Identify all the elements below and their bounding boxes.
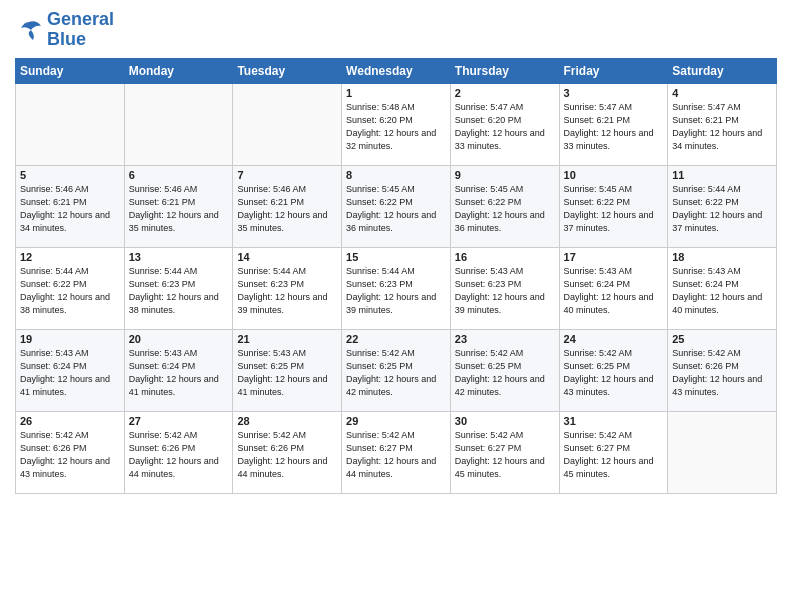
calendar-week-3: 12Sunrise: 5:44 AM Sunset: 6:22 PM Dayli… (16, 247, 777, 329)
day-info: Sunrise: 5:44 AM Sunset: 6:22 PM Dayligh… (20, 265, 120, 317)
weekday-header-thursday: Thursday (450, 58, 559, 83)
day-info: Sunrise: 5:43 AM Sunset: 6:24 PM Dayligh… (20, 347, 120, 399)
calendar-day-20: 20Sunrise: 5:43 AM Sunset: 6:24 PM Dayli… (124, 329, 233, 411)
day-number: 11 (672, 169, 772, 181)
day-info: Sunrise: 5:42 AM Sunset: 6:26 PM Dayligh… (672, 347, 772, 399)
calendar-day-14: 14Sunrise: 5:44 AM Sunset: 6:23 PM Dayli… (233, 247, 342, 329)
calendar-day-3: 3Sunrise: 5:47 AM Sunset: 6:21 PM Daylig… (559, 83, 668, 165)
day-info: Sunrise: 5:44 AM Sunset: 6:23 PM Dayligh… (346, 265, 446, 317)
empty-cell (668, 411, 777, 493)
day-number: 29 (346, 415, 446, 427)
calendar-day-25: 25Sunrise: 5:42 AM Sunset: 6:26 PM Dayli… (668, 329, 777, 411)
calendar-day-19: 19Sunrise: 5:43 AM Sunset: 6:24 PM Dayli… (16, 329, 125, 411)
day-info: Sunrise: 5:44 AM Sunset: 6:22 PM Dayligh… (672, 183, 772, 235)
day-number: 20 (129, 333, 229, 345)
day-info: Sunrise: 5:43 AM Sunset: 6:24 PM Dayligh… (564, 265, 664, 317)
calendar-day-18: 18Sunrise: 5:43 AM Sunset: 6:24 PM Dayli… (668, 247, 777, 329)
day-info: Sunrise: 5:42 AM Sunset: 6:26 PM Dayligh… (237, 429, 337, 481)
day-number: 6 (129, 169, 229, 181)
calendar-day-17: 17Sunrise: 5:43 AM Sunset: 6:24 PM Dayli… (559, 247, 668, 329)
day-info: Sunrise: 5:47 AM Sunset: 6:20 PM Dayligh… (455, 101, 555, 153)
day-number: 22 (346, 333, 446, 345)
logo: General Blue (15, 10, 114, 50)
day-info: Sunrise: 5:43 AM Sunset: 6:24 PM Dayligh… (129, 347, 229, 399)
day-info: Sunrise: 5:43 AM Sunset: 6:23 PM Dayligh… (455, 265, 555, 317)
day-info: Sunrise: 5:43 AM Sunset: 6:25 PM Dayligh… (237, 347, 337, 399)
day-number: 16 (455, 251, 555, 263)
day-info: Sunrise: 5:45 AM Sunset: 6:22 PM Dayligh… (346, 183, 446, 235)
day-number: 9 (455, 169, 555, 181)
day-number: 4 (672, 87, 772, 99)
day-info: Sunrise: 5:47 AM Sunset: 6:21 PM Dayligh… (564, 101, 664, 153)
day-number: 25 (672, 333, 772, 345)
day-info: Sunrise: 5:48 AM Sunset: 6:20 PM Dayligh… (346, 101, 446, 153)
calendar-table: SundayMondayTuesdayWednesdayThursdayFrid… (15, 58, 777, 494)
day-number: 17 (564, 251, 664, 263)
calendar-day-10: 10Sunrise: 5:45 AM Sunset: 6:22 PM Dayli… (559, 165, 668, 247)
day-number: 8 (346, 169, 446, 181)
day-number: 21 (237, 333, 337, 345)
day-number: 30 (455, 415, 555, 427)
day-number: 27 (129, 415, 229, 427)
day-number: 13 (129, 251, 229, 263)
day-info: Sunrise: 5:45 AM Sunset: 6:22 PM Dayligh… (564, 183, 664, 235)
day-number: 10 (564, 169, 664, 181)
day-info: Sunrise: 5:42 AM Sunset: 6:27 PM Dayligh… (455, 429, 555, 481)
day-number: 1 (346, 87, 446, 99)
calendar-week-5: 26Sunrise: 5:42 AM Sunset: 6:26 PM Dayli… (16, 411, 777, 493)
calendar-day-12: 12Sunrise: 5:44 AM Sunset: 6:22 PM Dayli… (16, 247, 125, 329)
day-number: 31 (564, 415, 664, 427)
day-info: Sunrise: 5:42 AM Sunset: 6:27 PM Dayligh… (346, 429, 446, 481)
day-number: 26 (20, 415, 120, 427)
empty-cell (16, 83, 125, 165)
day-number: 7 (237, 169, 337, 181)
page-header: General Blue (15, 10, 777, 50)
day-number: 12 (20, 251, 120, 263)
calendar-day-30: 30Sunrise: 5:42 AM Sunset: 6:27 PM Dayli… (450, 411, 559, 493)
logo-icon (15, 18, 43, 42)
calendar-day-21: 21Sunrise: 5:43 AM Sunset: 6:25 PM Dayli… (233, 329, 342, 411)
day-number: 23 (455, 333, 555, 345)
calendar-day-9: 9Sunrise: 5:45 AM Sunset: 6:22 PM Daylig… (450, 165, 559, 247)
day-number: 24 (564, 333, 664, 345)
day-number: 15 (346, 251, 446, 263)
calendar-day-11: 11Sunrise: 5:44 AM Sunset: 6:22 PM Dayli… (668, 165, 777, 247)
day-info: Sunrise: 5:46 AM Sunset: 6:21 PM Dayligh… (237, 183, 337, 235)
calendar-day-22: 22Sunrise: 5:42 AM Sunset: 6:25 PM Dayli… (342, 329, 451, 411)
weekday-header-saturday: Saturday (668, 58, 777, 83)
weekday-header-friday: Friday (559, 58, 668, 83)
day-number: 3 (564, 87, 664, 99)
day-info: Sunrise: 5:42 AM Sunset: 6:25 PM Dayligh… (346, 347, 446, 399)
calendar-day-8: 8Sunrise: 5:45 AM Sunset: 6:22 PM Daylig… (342, 165, 451, 247)
day-info: Sunrise: 5:46 AM Sunset: 6:21 PM Dayligh… (129, 183, 229, 235)
weekday-header-monday: Monday (124, 58, 233, 83)
calendar-day-26: 26Sunrise: 5:42 AM Sunset: 6:26 PM Dayli… (16, 411, 125, 493)
day-info: Sunrise: 5:43 AM Sunset: 6:24 PM Dayligh… (672, 265, 772, 317)
weekday-header-row: SundayMondayTuesdayWednesdayThursdayFrid… (16, 58, 777, 83)
calendar-day-6: 6Sunrise: 5:46 AM Sunset: 6:21 PM Daylig… (124, 165, 233, 247)
calendar-day-24: 24Sunrise: 5:42 AM Sunset: 6:25 PM Dayli… (559, 329, 668, 411)
day-number: 28 (237, 415, 337, 427)
weekday-header-wednesday: Wednesday (342, 58, 451, 83)
weekday-header-tuesday: Tuesday (233, 58, 342, 83)
day-number: 14 (237, 251, 337, 263)
calendar-week-1: 1Sunrise: 5:48 AM Sunset: 6:20 PM Daylig… (16, 83, 777, 165)
empty-cell (233, 83, 342, 165)
day-info: Sunrise: 5:47 AM Sunset: 6:21 PM Dayligh… (672, 101, 772, 153)
logo-text: General Blue (47, 10, 114, 50)
calendar-day-7: 7Sunrise: 5:46 AM Sunset: 6:21 PM Daylig… (233, 165, 342, 247)
calendar-day-28: 28Sunrise: 5:42 AM Sunset: 6:26 PM Dayli… (233, 411, 342, 493)
calendar-day-5: 5Sunrise: 5:46 AM Sunset: 6:21 PM Daylig… (16, 165, 125, 247)
day-number: 18 (672, 251, 772, 263)
calendar-day-13: 13Sunrise: 5:44 AM Sunset: 6:23 PM Dayli… (124, 247, 233, 329)
calendar-day-16: 16Sunrise: 5:43 AM Sunset: 6:23 PM Dayli… (450, 247, 559, 329)
day-number: 2 (455, 87, 555, 99)
day-info: Sunrise: 5:45 AM Sunset: 6:22 PM Dayligh… (455, 183, 555, 235)
empty-cell (124, 83, 233, 165)
day-info: Sunrise: 5:42 AM Sunset: 6:26 PM Dayligh… (20, 429, 120, 481)
calendar-week-2: 5Sunrise: 5:46 AM Sunset: 6:21 PM Daylig… (16, 165, 777, 247)
day-info: Sunrise: 5:46 AM Sunset: 6:21 PM Dayligh… (20, 183, 120, 235)
day-info: Sunrise: 5:42 AM Sunset: 6:27 PM Dayligh… (564, 429, 664, 481)
day-info: Sunrise: 5:42 AM Sunset: 6:25 PM Dayligh… (564, 347, 664, 399)
day-info: Sunrise: 5:44 AM Sunset: 6:23 PM Dayligh… (129, 265, 229, 317)
